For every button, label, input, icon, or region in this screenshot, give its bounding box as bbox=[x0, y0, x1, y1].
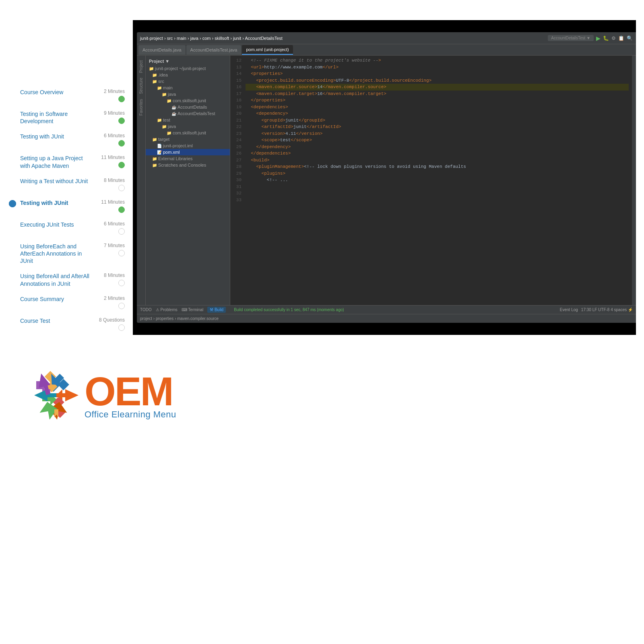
sidebar-item-0[interactable]: Course Overview2 Minutes bbox=[20, 85, 125, 106]
sidebar-item-left-6: Executing JUnit Tests bbox=[20, 221, 93, 228]
sidebar-item-2[interactable]: Testing with JUnit6 Minutes bbox=[20, 129, 125, 151]
sidebar-dot-6 bbox=[118, 228, 125, 235]
side-strip: Project Structure Favorites bbox=[137, 56, 146, 305]
sidebar-item-3[interactable]: Setting up a Java Project with Apache Ma… bbox=[20, 151, 125, 173]
sidebar-item-left-0: Course Overview bbox=[20, 89, 93, 96]
play-button[interactable]: ▶ bbox=[596, 35, 601, 41]
scrollbar[interactable] bbox=[632, 56, 636, 305]
code-line-23: <groupId>junit</groupId> bbox=[246, 117, 629, 124]
tree-item-8[interactable]: 📁test bbox=[146, 117, 230, 123]
top-section: Course Overview2 MinutesTesting in Softw… bbox=[0, 0, 644, 347]
build-status: Build completed successfully in 1 sec, 8… bbox=[234, 308, 344, 312]
bottom-section: OEM Office Elearning Menu bbox=[0, 347, 644, 444]
sidebar-item-label-2: Testing with JUnit bbox=[20, 133, 93, 140]
sidebar-item-9[interactable]: Course Summary2 Minutes bbox=[20, 291, 125, 313]
tree-item-5[interactable]: 📁com.skillsoft.junit bbox=[146, 97, 230, 104]
favorites-strip-label[interactable]: Favorites bbox=[138, 97, 144, 117]
tree-item-12[interactable]: 📄junit-project.iml bbox=[146, 142, 230, 149]
sidebar-dot-0 bbox=[118, 96, 125, 102]
code-editor[interactable]: 1213141516171819202122232425262728293031… bbox=[230, 56, 632, 305]
tree-item-13[interactable]: 📝pom.xml bbox=[146, 149, 230, 155]
build-tab[interactable]: ⚒ Build bbox=[207, 307, 226, 313]
tree-title[interactable]: Project ▼ bbox=[146, 57, 230, 65]
sidebar-dot-8 bbox=[118, 280, 125, 286]
sidebar-dot-7 bbox=[118, 250, 125, 256]
tree-item-4[interactable]: 📁java bbox=[146, 91, 230, 97]
sidebar-item-6[interactable]: Executing JUnit Tests6 Minutes bbox=[20, 217, 125, 239]
sidebar-item-right-1: 9 Minutes bbox=[93, 110, 125, 124]
sidebar-item-label-3: Setting up a Java Project with Apache Ma… bbox=[20, 155, 93, 169]
code-line-28: </dependencies> bbox=[246, 150, 629, 157]
line-numbers: 1213141516171819202122232425262728293031… bbox=[233, 57, 246, 303]
code-line-21: <dependencies> bbox=[246, 104, 629, 111]
sidebar-duration-5: 11 Minutes bbox=[101, 199, 125, 205]
toolbar-button-2[interactable]: 📋 bbox=[618, 35, 624, 41]
tree-item-3[interactable]: 📁main bbox=[146, 85, 230, 91]
sidebar-duration-7: 7 Minutes bbox=[104, 243, 125, 248]
sidebar-duration-10: 8 Questions bbox=[99, 317, 125, 323]
run-button[interactable]: AccountDetailsTest ▼ bbox=[548, 35, 594, 41]
code-line-13: <url>http://www.example.com</url> bbox=[246, 64, 629, 71]
code-line-27: </dependency> bbox=[246, 144, 629, 151]
tree-item-14[interactable]: 📁External Libraries bbox=[146, 155, 230, 162]
tree-item-11[interactable]: 📁target bbox=[146, 136, 230, 142]
todo-tab[interactable]: TODO bbox=[140, 308, 152, 312]
sidebar-item-label-4: Writing a Test without JUnit bbox=[20, 178, 93, 185]
ide-area: junit-project › src › main › java › com … bbox=[133, 20, 636, 335]
tree-item-10[interactable]: 📁com.skillsoft.junit bbox=[146, 130, 230, 136]
structure-strip-label[interactable]: Structure bbox=[138, 76, 144, 96]
sidebar-item-left-10: Course Test bbox=[20, 317, 93, 324]
ide-tab-0[interactable]: AccountDetails.java bbox=[138, 45, 186, 55]
sidebar-item-1[interactable]: Testing in Software Development9 Minutes bbox=[20, 106, 125, 129]
event-log: Event Log bbox=[560, 308, 578, 312]
debug-button[interactable]: 🐛 bbox=[603, 35, 609, 41]
sidebar-duration-2: 6 Minutes bbox=[104, 133, 125, 138]
sidebar-item-label-1: Testing in Software Development bbox=[20, 110, 93, 125]
sidebar-item-right-4: 8 Minutes bbox=[93, 178, 125, 191]
breadcrumb-bottom-text: project › properties › maven.compiler.so… bbox=[140, 316, 219, 321]
code-line-15: <properties> bbox=[246, 70, 629, 77]
sidebar-item-10[interactable]: Course Test8 Questions bbox=[20, 313, 125, 335]
tree-item-6[interactable]: ☕AccountDetails bbox=[146, 104, 230, 110]
code-line-19: </properties> bbox=[246, 97, 629, 104]
sidebar-item-8[interactable]: Using BeforeAll and AfterAll Annotations… bbox=[20, 268, 125, 291]
ide-tab-bar: AccountDetails.javaAccountDetailsTest.ja… bbox=[137, 44, 636, 56]
sidebar-item-right-9: 2 Minutes bbox=[93, 295, 125, 309]
tree-item-2[interactable]: 📁src bbox=[146, 78, 230, 85]
sidebar-item-label-9: Course Summary bbox=[20, 295, 93, 303]
sidebar-dot-5 bbox=[118, 206, 125, 213]
sidebar-item-left-8: Using BeforeAll and AfterAll Annotations… bbox=[20, 272, 93, 287]
sidebar-item-5[interactable]: Testing with JUnit11 Minutes bbox=[20, 195, 125, 217]
sidebar-item-7[interactable]: Using BeforeEach and AfterEach Annotatio… bbox=[20, 239, 125, 269]
code-line-33: <!-- ... bbox=[246, 177, 629, 184]
sidebar-item-label-7: Using BeforeEach and AfterEach Annotatio… bbox=[20, 243, 93, 265]
oem-brand-text: OEM bbox=[85, 371, 176, 411]
sidebar-item-label-0: Course Overview bbox=[20, 89, 93, 96]
project-strip-label[interactable]: Project bbox=[138, 59, 144, 74]
sidebar-item-left-4: Writing a Test without JUnit bbox=[20, 178, 93, 185]
ide-tab-1[interactable]: AccountDetailsTest.java bbox=[186, 45, 242, 55]
tree-item-15[interactable]: 📁Scratches and Consoles bbox=[146, 162, 230, 168]
toolbar-button-1[interactable]: ⚙ bbox=[611, 35, 616, 41]
ide-tab-2[interactable]: pom.xml (unit-project) bbox=[242, 45, 293, 55]
toolbar-button-3[interactable]: 🔍 bbox=[627, 35, 633, 41]
code-line-17: <maven.compiler.source>14</maven.compile… bbox=[246, 84, 629, 91]
tree-item-9[interactable]: 📁java bbox=[146, 123, 230, 130]
sidebar-duration-6: 6 Minutes bbox=[104, 221, 125, 227]
sidebar-item-left-2: Testing with JUnit bbox=[20, 133, 93, 140]
sidebar-item-left-5: Testing with JUnit bbox=[20, 199, 93, 206]
ide-breadcrumb-bottom: project › properties › maven.compiler.so… bbox=[137, 314, 636, 323]
problems-tab[interactable]: ⚠ Problems bbox=[156, 308, 178, 312]
tree-item-7[interactable]: ☕AccountDetailsTest bbox=[146, 110, 230, 117]
tree-item-0[interactable]: 📁junit-project ~/junit-project bbox=[146, 65, 230, 72]
sidebar-item-right-7: 7 Minutes bbox=[93, 243, 125, 256]
terminal-tab[interactable]: ⌨ Terminal bbox=[182, 308, 203, 312]
code-line-18: <maven.compiler.target>16</maven.compile… bbox=[246, 91, 629, 97]
logo-icon bbox=[32, 371, 80, 419]
tree-item-1[interactable]: 📁.idea bbox=[146, 72, 230, 78]
sidebar-item-right-2: 6 Minutes bbox=[93, 133, 125, 147]
code-line-26: <scope>test</scope> bbox=[246, 137, 629, 144]
sidebar-item-4[interactable]: Writing a Test without JUnit8 Minutes bbox=[20, 173, 125, 195]
sidebar-item-right-6: 6 Minutes bbox=[93, 221, 125, 235]
code-lines[interactable]: <!-- FIXME change it to the project's we… bbox=[246, 57, 629, 303]
